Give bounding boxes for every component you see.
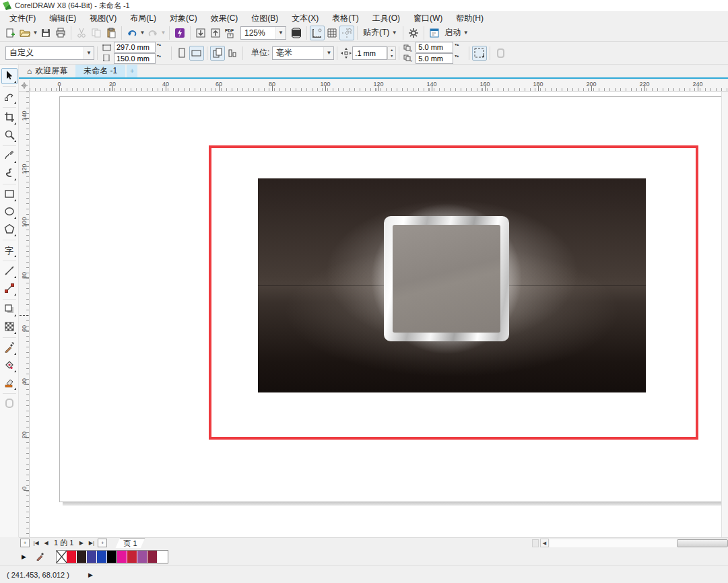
zoom-level-combo[interactable]: 125%▼ — [240, 26, 286, 40]
no-color-swatch[interactable] — [57, 551, 67, 563]
treat-as-filled-button[interactable] — [472, 46, 487, 61]
all-pages-button[interactable] — [210, 46, 225, 61]
import-button[interactable] — [193, 26, 208, 40]
connector-tool[interactable] — [1, 281, 18, 297]
color-swatch-#9b509f[interactable] — [137, 551, 147, 563]
drop-shadow-tool[interactable] — [1, 302, 18, 318]
nudge-spinner[interactable]: ▴▾ — [387, 46, 396, 60]
duplicate-y-spinner[interactable]: ▾▴ — [454, 53, 466, 64]
color-swatch-#3f3f9b[interactable] — [87, 551, 97, 563]
ruler-origin-button[interactable] — [19, 80, 30, 92]
drawing-canvas[interactable] — [30, 92, 721, 537]
metallic-square-frame-object[interactable] — [384, 216, 509, 341]
cut-button[interactable] — [74, 26, 89, 40]
current-page-button[interactable] — [225, 46, 240, 61]
duplicate-y-input[interactable] — [416, 53, 453, 64]
first-page-button[interactable]: |◀ — [31, 539, 41, 548]
ellipse-tool[interactable] — [1, 204, 18, 220]
menu-item-5[interactable]: 效果(C) — [204, 12, 245, 24]
document-properties-icon[interactable] — [493, 46, 508, 61]
color-swatch-#8e2040[interactable] — [147, 551, 158, 563]
horizontal-scrollbar-thumb[interactable] — [677, 539, 728, 547]
color-swatch-#1b45b5[interactable] — [97, 551, 107, 563]
scrollbar-splitter-handle[interactable] — [532, 539, 539, 547]
menu-item-0[interactable]: 文件(F) — [3, 12, 42, 24]
color-swatch-#e4169b[interactable] — [117, 551, 127, 563]
outline-tool[interactable] — [1, 396, 18, 412]
menu-item-1[interactable]: 编辑(E) — [42, 12, 83, 24]
menu-item-2[interactable]: 视图(V) — [83, 12, 123, 24]
crop-tool[interactable] — [1, 110, 18, 126]
duplicate-x-input[interactable] — [416, 42, 453, 53]
nudge-distance-input[interactable] — [352, 46, 387, 60]
text-tool[interactable]: 字 — [1, 242, 18, 259]
color-swatch-#2b1d1b[interactable] — [77, 551, 87, 563]
chevron-down-icon[interactable]: ▼ — [160, 26, 166, 40]
rectangle-tool[interactable] — [1, 186, 18, 203]
new-document-button[interactable] — [3, 26, 18, 40]
page-size-preset-combo[interactable]: 自定义 ▼ — [5, 46, 94, 60]
smart-fill-tool[interactable] — [1, 375, 18, 391]
menu-item-8[interactable]: 表格(T) — [325, 12, 365, 24]
polygon-tool[interactable] — [1, 221, 18, 238]
publish-pdf-button[interactable]: PDF — [223, 26, 238, 40]
horizontal-scrollbar-track[interactable] — [550, 539, 728, 547]
scroll-left-button[interactable]: ◀ — [540, 539, 549, 547]
fullscreen-preview-button[interactable] — [289, 26, 304, 40]
export-button[interactable] — [208, 26, 223, 40]
undo-button[interactable] — [125, 26, 139, 40]
show-rulers-button[interactable] — [310, 26, 325, 40]
last-page-button[interactable]: ▶| — [86, 539, 96, 548]
freehand-tool[interactable] — [1, 148, 18, 164]
dimension-tool[interactable] — [1, 263, 18, 279]
menu-item-3[interactable]: 布局(L) — [123, 12, 163, 24]
palette-flyout-arrow-icon[interactable]: ▶ — [22, 553, 26, 560]
page-height-input[interactable] — [114, 53, 156, 64]
copy-button[interactable] — [89, 26, 104, 40]
chevron-down-icon[interactable]: ▼ — [139, 26, 145, 40]
color-swatch-#000000[interactable] — [107, 551, 117, 563]
redo-button[interactable] — [145, 26, 160, 40]
next-page-button[interactable]: ▶ — [76, 539, 86, 548]
add-page-before-button[interactable]: + — [20, 539, 30, 547]
show-grid-button[interactable] — [325, 26, 339, 40]
color-swatch-#ffffff[interactable] — [158, 551, 168, 563]
paste-button[interactable] — [104, 26, 119, 40]
landscape-orientation-button[interactable] — [189, 46, 204, 61]
palette-eyedropper-icon[interactable] — [36, 551, 45, 563]
color-eyedropper-tool[interactable] — [1, 340, 18, 356]
page-width-input[interactable] — [114, 42, 156, 53]
color-swatch-#c52336[interactable] — [127, 551, 137, 563]
transparency-tool[interactable] — [1, 319, 18, 335]
vertical-ruler[interactable]: 140120100806040200 — [19, 92, 30, 537]
pick-tool[interactable] — [1, 68, 18, 84]
add-page-after-button[interactable]: + — [98, 539, 107, 547]
snap-to-button[interactable]: 贴齐(T)▼ — [360, 26, 400, 40]
vertical-scrollbar[interactable] — [721, 92, 728, 537]
previous-page-button[interactable]: ◀ — [41, 539, 51, 548]
zoom-tool[interactable] — [1, 127, 18, 143]
launch-window-button[interactable] — [427, 26, 442, 40]
status-flyout-arrow-icon[interactable]: ▶ — [88, 572, 93, 578]
chevron-down-icon[interactable]: ▼ — [275, 27, 286, 39]
launch-button[interactable]: 启动▼ — [442, 26, 471, 40]
page-width-spinner[interactable]: ▾▴ — [156, 42, 168, 53]
page-tab[interactable]: 页 1 — [115, 538, 145, 549]
color-swatch-#e8112d[interactable] — [67, 551, 77, 563]
new-document-tab-button[interactable]: + — [127, 65, 137, 77]
document-tab-untitled[interactable]: 未命名 -1 — [75, 65, 125, 77]
menu-item-4[interactable]: 对象(C) — [163, 12, 204, 24]
units-combo[interactable]: 毫米 ▼ — [272, 46, 334, 60]
open-button[interactable] — [18, 26, 32, 40]
menu-item-6[interactable]: 位图(B) — [244, 12, 285, 24]
save-button[interactable] — [38, 26, 53, 40]
chevron-down-icon[interactable]: ▼ — [32, 26, 38, 40]
shape-tool[interactable] — [1, 89, 18, 105]
menu-item-7[interactable]: 文本(X) — [285, 12, 325, 24]
interactive-fill-tool[interactable] — [1, 357, 18, 374]
chevron-down-icon[interactable]: ▼ — [323, 47, 333, 59]
print-button[interactable] — [53, 26, 68, 40]
duplicate-x-spinner[interactable]: ▾▴ — [454, 42, 466, 53]
chevron-down-icon[interactable]: ▼ — [84, 47, 94, 59]
menu-item-11[interactable]: 帮助(H) — [449, 12, 490, 24]
